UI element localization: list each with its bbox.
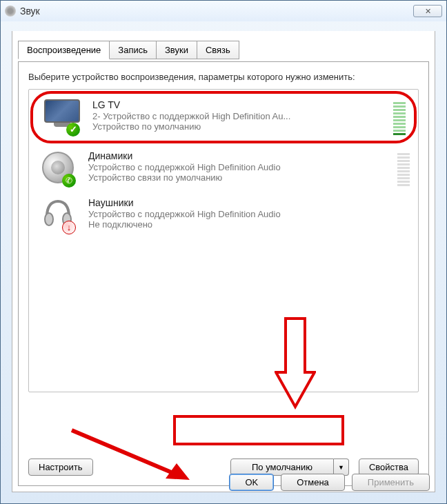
dialog-button-row: OK Отмена Применить xyxy=(229,474,430,491)
tab-label: Воспроизведение xyxy=(27,45,101,55)
device-desc: Устройство с поддержкой High Definition … xyxy=(88,209,410,219)
tab-label: Связь xyxy=(206,45,230,55)
tab-sounds[interactable]: Звуки xyxy=(157,41,197,59)
playback-panel: Выберите устройство воспроизведения, пар… xyxy=(18,61,429,486)
close-button[interactable]: ✕ xyxy=(413,5,442,17)
device-status: Устройство по умолчанию xyxy=(92,121,388,132)
titlebar[interactable]: Звук ✕ xyxy=(1,1,446,21)
default-check-badge xyxy=(66,123,80,137)
device-name: LG TV xyxy=(92,99,388,110)
svg-point-0 xyxy=(45,213,53,225)
ok-button[interactable]: OK xyxy=(229,474,274,491)
configure-button[interactable]: Настроить xyxy=(28,458,93,476)
tab-label: Звуки xyxy=(165,45,188,55)
tab-label: Запись xyxy=(118,45,148,55)
device-desc: Устройство с поддержкой High Definition … xyxy=(88,162,392,172)
device-row[interactable]: Наушники Устройство с поддержкой High De… xyxy=(29,192,418,239)
sound-icon xyxy=(5,6,16,17)
tab-communications[interactable]: Связь xyxy=(197,41,239,59)
apply-button[interactable]: Применить xyxy=(352,474,430,491)
monitor-icon xyxy=(41,99,83,135)
device-desc: 2- Устройство с поддержкой High Definiti… xyxy=(92,111,388,121)
level-meter xyxy=(393,99,406,135)
headphone-icon xyxy=(37,197,79,233)
tab-recording[interactable]: Запись xyxy=(110,41,157,59)
device-list[interactable]: LG TV 2- Устройство с поддержкой High De… xyxy=(28,89,419,392)
cancel-button[interactable]: Отмена xyxy=(281,474,345,491)
device-name: Наушники xyxy=(88,197,410,208)
device-row[interactable]: LG TV 2- Устройство с поддержкой High De… xyxy=(30,91,417,143)
tab-strip: Воспроизведение Запись Звуки Связь xyxy=(12,31,435,59)
device-name: Динамики xyxy=(88,150,392,161)
window-title: Звук xyxy=(20,6,413,17)
device-row[interactable]: Динамики Устройство с поддержкой High De… xyxy=(29,145,418,192)
instruction-text: Выберите устройство воспроизведения, пар… xyxy=(28,72,419,83)
device-status: Не подключено xyxy=(88,219,410,230)
device-status: Устройство связи по умолчанию xyxy=(88,172,392,183)
speaker-icon xyxy=(37,150,79,186)
sound-dialog-window: Звук ✕ Воспроизведение Запись Звуки Связ… xyxy=(0,0,447,504)
tab-playback[interactable]: Воспроизведение xyxy=(18,41,110,59)
comm-default-badge xyxy=(62,174,76,188)
level-meter xyxy=(397,150,410,186)
disconnected-badge xyxy=(62,221,76,234)
dialog-content: Воспроизведение Запись Звуки Связь Выбер… xyxy=(12,31,435,492)
